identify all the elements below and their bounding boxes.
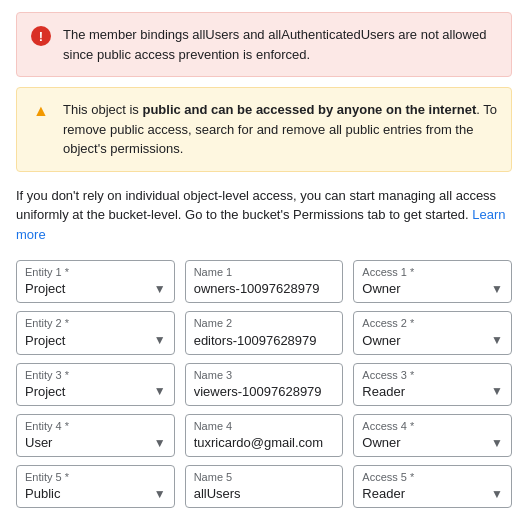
name-value-2: editors-10097628979 (194, 333, 335, 348)
name-value-1: owners-10097628979 (194, 281, 335, 296)
access-value-3: Reader (362, 384, 405, 399)
name-label-1: Name 1 (194, 265, 335, 279)
entity-label-3: Entity 3 * (25, 368, 166, 382)
name-value-5: allUsers (194, 486, 335, 501)
name-field-4: Name 4 tuxricardo@gmail.com (185, 414, 344, 457)
access-label-2: Access 2 * (362, 316, 503, 330)
access-chevron-5: ▼ (491, 487, 503, 501)
entity-value-2: Project (25, 333, 65, 348)
name-value-4: tuxricardo@gmail.com (194, 435, 335, 450)
entity-field-5[interactable]: Entity 5 * Public ▼ (16, 465, 175, 508)
entity-select-4[interactable]: User ▼ (25, 435, 166, 450)
entity-select-3[interactable]: Project ▼ (25, 384, 166, 399)
access-field-3[interactable]: Access 3 * Reader ▼ (353, 363, 512, 406)
info-text: If you don't rely on individual object-l… (16, 186, 512, 245)
error-alert: ! The member bindings allUsers and allAu… (16, 12, 512, 77)
entity-select-1[interactable]: Project ▼ (25, 281, 166, 296)
access-select-4[interactable]: Owner ▼ (362, 435, 503, 450)
access-chevron-1: ▼ (491, 282, 503, 296)
error-message: The member bindings allUsers and allAuth… (63, 25, 497, 64)
access-chevron-3: ▼ (491, 384, 503, 398)
warning-alert: ▲ This object is public and can be acces… (16, 87, 512, 172)
access-select-3[interactable]: Reader ▼ (362, 384, 503, 399)
access-field-2[interactable]: Access 2 * Owner ▼ (353, 311, 512, 354)
entity-chevron-4: ▼ (154, 436, 166, 450)
name-field-5: Name 5 allUsers (185, 465, 344, 508)
entity-select-5[interactable]: Public ▼ (25, 486, 166, 501)
entity-label-4: Entity 4 * (25, 419, 166, 433)
name-field-3: Name 3 viewers-10097628979 (185, 363, 344, 406)
entity-label-2: Entity 2 * (25, 316, 166, 330)
access-select-2[interactable]: Owner ▼ (362, 333, 503, 348)
warning-icon: ▲ (31, 101, 51, 121)
access-value-4: Owner (362, 435, 400, 450)
name-label-4: Name 4 (194, 419, 335, 433)
entity-field-3[interactable]: Entity 3 * Project ▼ (16, 363, 175, 406)
entity-label-5: Entity 5 * (25, 470, 166, 484)
entity-chevron-3: ▼ (154, 384, 166, 398)
name-field-1: Name 1 owners-10097628979 (185, 260, 344, 303)
entity-chevron-5: ▼ (154, 487, 166, 501)
access-label-5: Access 5 * (362, 470, 503, 484)
access-value-1: Owner (362, 281, 400, 296)
error-icon: ! (31, 26, 51, 46)
name-field-2: Name 2 editors-10097628979 (185, 311, 344, 354)
name-label-5: Name 5 (194, 470, 335, 484)
entity-select-2[interactable]: Project ▼ (25, 333, 166, 348)
name-value-3: viewers-10097628979 (194, 384, 335, 399)
name-label-3: Name 3 (194, 368, 335, 382)
access-field-4[interactable]: Access 4 * Owner ▼ (353, 414, 512, 457)
entity-field-1[interactable]: Entity 1 * Project ▼ (16, 260, 175, 303)
access-chevron-2: ▼ (491, 333, 503, 347)
access-select-5[interactable]: Reader ▼ (362, 486, 503, 501)
access-field-1[interactable]: Access 1 * Owner ▼ (353, 260, 512, 303)
entity-value-3: Project (25, 384, 65, 399)
access-value-5: Reader (362, 486, 405, 501)
access-label-3: Access 3 * (362, 368, 503, 382)
permissions-grid: Entity 1 * Project ▼ Name 1 owners-10097… (16, 260, 512, 508)
entity-value-4: User (25, 435, 52, 450)
access-label-1: Access 1 * (362, 265, 503, 279)
entity-value-1: Project (25, 281, 65, 296)
warning-message: This object is public and can be accesse… (63, 100, 497, 159)
access-select-1[interactable]: Owner ▼ (362, 281, 503, 296)
entity-value-5: Public (25, 486, 60, 501)
entity-field-2[interactable]: Entity 2 * Project ▼ (16, 311, 175, 354)
name-label-2: Name 2 (194, 316, 335, 330)
access-chevron-4: ▼ (491, 436, 503, 450)
access-label-4: Access 4 * (362, 419, 503, 433)
access-field-5[interactable]: Access 5 * Reader ▼ (353, 465, 512, 508)
access-value-2: Owner (362, 333, 400, 348)
entity-chevron-2: ▼ (154, 333, 166, 347)
entity-field-4[interactable]: Entity 4 * User ▼ (16, 414, 175, 457)
entity-label-1: Entity 1 * (25, 265, 166, 279)
entity-chevron-1: ▼ (154, 282, 166, 296)
